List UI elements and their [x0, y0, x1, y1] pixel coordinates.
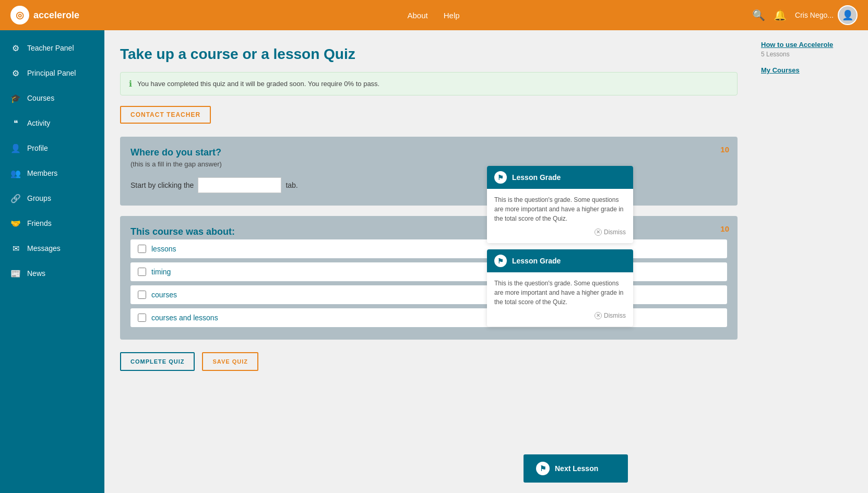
fill-text-before: Start by clicking the — [130, 181, 194, 189]
checkbox-label-1: lessons — [151, 245, 176, 253]
my-courses-link[interactable]: My Courses — [761, 66, 860, 74]
logo-text: accelerole — [33, 10, 79, 21]
tooltip-card-1: ⚑ Lesson Grade This is the question's gr… — [487, 166, 633, 243]
tooltip-card-header-2: ⚑ Lesson Grade — [487, 249, 633, 272]
sidebar: ⚙ Teacher Panel ⚙ Principal Panel 🎓 Cour… — [0, 30, 104, 493]
members-icon: 👥 — [10, 168, 21, 178]
sidebar-item-label: Teacher Panel — [27, 44, 74, 52]
checkbox-options: lessons timing courses courses and lesso… — [130, 239, 727, 327]
logo-area: ◎ accelerole — [10, 6, 115, 25]
question-score-2: 10 — [720, 224, 729, 233]
activity-icon: ❝ — [10, 118, 21, 128]
fill-gap-row: Start by clicking the tab. — [130, 177, 727, 193]
sidebar-item-label: Members — [27, 169, 57, 177]
sidebar-item-label: Messages — [27, 244, 61, 252]
sidebar-item-messages[interactable]: ✉ Messages — [0, 236, 104, 261]
tooltip-dismiss-2[interactable]: ✕ Dismiss — [494, 311, 626, 320]
sidebar-item-teacher-panel[interactable]: ⚙ Teacher Panel — [0, 35, 104, 61]
checkbox-option-2[interactable]: timing — [130, 262, 727, 281]
sidebar-item-label: Profile — [27, 144, 48, 152]
how-to-link[interactable]: How to use Accelerole — [761, 41, 860, 49]
sidebar-item-label: Courses — [27, 94, 54, 102]
bottom-buttons: COMPLETE QUIZ SAVE QUIZ — [120, 352, 738, 371]
top-nav: ◎ accelerole About Help 🔍 🔔 Cris Nego...… — [0, 0, 868, 30]
tooltip-title-1: Lesson Grade — [512, 173, 561, 182]
save-quiz-button[interactable]: SAVE QUIZ — [202, 352, 258, 371]
user-menu[interactable]: Cris Nego... 👤 — [795, 5, 858, 25]
question-block-1: 10 Where do you start? (this is a fill i… — [120, 137, 738, 206]
sidebar-item-news[interactable]: 📰 News — [0, 261, 104, 286]
tooltip-text-2: This is the question's grade. Some quest… — [494, 280, 623, 306]
profile-icon: 👤 — [10, 143, 21, 153]
complete-quiz-button[interactable]: COMPLETE QUIZ — [120, 352, 195, 371]
question-score-1: 10 — [720, 145, 729, 154]
courses-icon: 🎓 — [10, 93, 21, 103]
how-to-sub: 5 Lessons — [761, 51, 860, 58]
dismiss-label-2: Dismiss — [604, 311, 626, 320]
info-banner-text: You have completed this quiz and it will… — [137, 80, 379, 88]
next-lesson-label: Next Lesson — [555, 464, 598, 473]
tooltip-card-2: ⚑ Lesson Grade This is the question's gr… — [487, 249, 633, 327]
sidebar-item-principal-panel[interactable]: ⚙ Principal Panel — [0, 61, 104, 86]
nav-right: 🔍 🔔 Cris Nego... 👤 — [752, 5, 858, 25]
checkbox-label-3: courses — [151, 291, 177, 299]
tooltip-body-1: This is the question's grade. Some quest… — [487, 189, 633, 243]
main-layout: ⚙ Teacher Panel ⚙ Principal Panel 🎓 Cour… — [0, 30, 868, 493]
sidebar-item-label: News — [27, 269, 45, 278]
notification-bell[interactable]: 🔔 — [774, 9, 787, 21]
contact-teacher-button[interactable]: CONTACT TEACHER — [120, 106, 211, 124]
messages-icon: ✉ — [10, 243, 21, 254]
sidebar-item-label: Activity — [27, 119, 50, 127]
sidebar-item-profile[interactable]: 👤 Profile — [0, 136, 104, 161]
content-area: Take up a course or a lesson Quiz ℹ You … — [104, 30, 753, 493]
tooltip-cards: ⚑ Lesson Grade This is the question's gr… — [487, 166, 633, 327]
sidebar-item-friends[interactable]: 🤝 Friends — [0, 211, 104, 236]
tooltip-card-header-1: ⚑ Lesson Grade — [487, 166, 633, 189]
sidebar-item-label: Friends — [27, 219, 52, 227]
checkbox-courses[interactable] — [138, 291, 146, 299]
nav-center: About Help — [115, 11, 752, 20]
flag-icon-2: ⚑ — [494, 255, 507, 267]
gear-icon: ⚙ — [10, 43, 21, 53]
nav-link-about[interactable]: About — [408, 11, 428, 20]
checkbox-option-3[interactable]: courses — [130, 285, 727, 304]
info-icon: ℹ — [129, 79, 132, 89]
checkbox-lessons[interactable] — [138, 245, 146, 253]
next-lesson-icon: ⚑ — [536, 462, 550, 475]
question-block-2: 10 This course was about: lessons timing… — [120, 216, 738, 340]
sidebar-item-members[interactable]: 👥 Members — [0, 161, 104, 186]
question-subtitle-1: (this is a fill in the gap answer) — [130, 160, 727, 168]
fill-text-after: tab. — [286, 181, 298, 189]
groups-icon: 🔗 — [10, 193, 21, 203]
avatar: 👤 — [838, 5, 858, 25]
checkbox-courses-and-lessons[interactable] — [138, 314, 146, 322]
checkbox-label-2: timing — [151, 268, 171, 276]
tooltip-title-2: Lesson Grade — [512, 257, 561, 265]
fill-gap-input[interactable] — [198, 177, 281, 193]
checkbox-option-4[interactable]: courses and lessons — [130, 308, 727, 327]
right-sidebar: How to use Accelerole 5 Lessons My Cours… — [753, 30, 868, 493]
dismiss-label-1: Dismiss — [604, 227, 626, 237]
tooltip-body-2: This is the question's grade. Some quest… — [487, 272, 633, 327]
tooltip-dismiss-1[interactable]: ✕ Dismiss — [494, 227, 626, 237]
sidebar-item-groups[interactable]: 🔗 Groups — [0, 186, 104, 211]
user-name: Cris Nego... — [795, 11, 834, 19]
dismiss-x-icon-2: ✕ — [594, 312, 602, 319]
page-title: Take up a course or a lesson Quiz — [120, 46, 738, 63]
tooltip-text-1: This is the question's grade. Some quest… — [494, 196, 623, 222]
question-title-2: This course was about: — [130, 226, 727, 237]
logo-icon: ◎ — [10, 6, 29, 25]
checkbox-timing[interactable] — [138, 268, 146, 276]
checkbox-label-4: courses and lessons — [151, 314, 218, 322]
checkbox-option-1[interactable]: lessons — [130, 239, 727, 258]
dismiss-x-icon-1: ✕ — [594, 229, 602, 236]
sidebar-item-label: Groups — [27, 194, 51, 202]
sidebar-item-activity[interactable]: ❝ Activity — [0, 111, 104, 136]
sidebar-item-courses[interactable]: 🎓 Courses — [0, 86, 104, 111]
nav-link-help[interactable]: Help — [444, 11, 460, 20]
next-lesson-bar[interactable]: ⚑ Next Lesson — [524, 454, 628, 483]
search-icon[interactable]: 🔍 — [752, 9, 765, 21]
info-banner: ℹ You have completed this quiz and it wi… — [120, 72, 738, 95]
sidebar-item-label: Principal Panel — [27, 69, 76, 77]
friends-icon: 🤝 — [10, 218, 21, 229]
